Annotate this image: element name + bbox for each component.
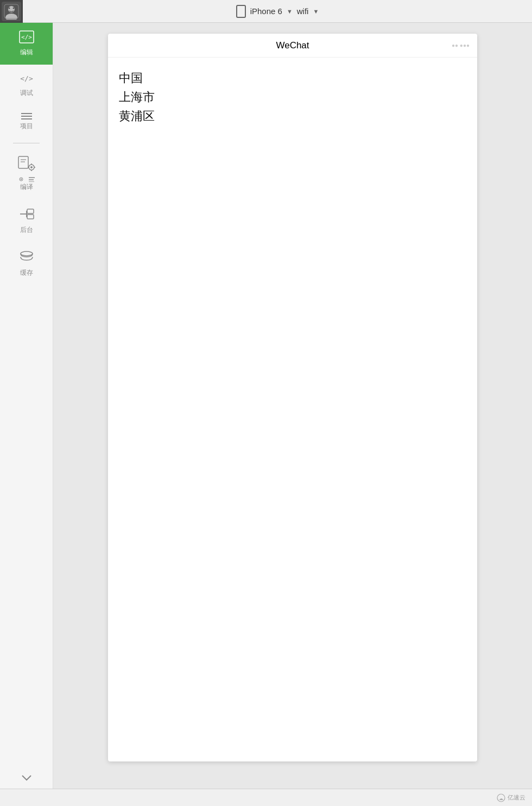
svg-rect-24 [27,209,34,213]
sidebar-label-cache: 缓存 [20,268,33,278]
sidebar-more[interactable] [0,767,53,789]
bottom-bar: ☁ 亿速云 [0,789,532,806]
sidebar-item-backend[interactable]: 后台 [0,199,53,242]
svg-text:</>: </> [21,34,32,41]
lines-small-icon [27,177,35,182]
sidebar-label-edit: 编辑 [20,48,33,57]
phone-body: 中国 上海市 黄浦区 [108,58,477,761]
phone-content: 中国 上海市 黄浦区 [119,68,466,126]
top-bar: iPhone 6 ▼ wifi ▼ [0,0,532,23]
avatar [2,2,21,21]
sidebar-item-edit[interactable]: </> 编辑 [0,23,53,65]
watermark-icon: ☁ [497,794,505,802]
phone-mockup: WeChat ●● ●●● 中国 上海市 黄浦区 [108,34,477,761]
phone-status-bar: ●● ●●● [452,42,470,48]
avatar-area[interactable] [0,0,23,23]
svg-text:</>: </> [20,74,33,83]
content-area: WeChat ●● ●●● 中国 上海市 黄浦区 [53,23,532,789]
svg-point-3 [13,7,15,9]
gear-small-icon [17,176,25,182]
svg-point-27 [21,251,33,256]
content-line-3: 黄浦区 [119,106,466,125]
sidebar-item-debug[interactable]: </> 调试 [0,65,53,105]
svg-point-18 [21,179,22,180]
phone-header: WeChat ●● ●●● [108,34,477,58]
device-name: iPhone 6 [250,7,282,16]
backend-icon [19,207,34,223]
status-indicators: ●● ●●● [452,42,470,48]
device-dropdown-arrow: ▼ [287,8,293,15]
wifi-dropdown-arrow: ▼ [313,8,319,15]
chevron-down-icon [21,774,32,781]
svg-point-12 [30,166,33,168]
watermark-text: 亿速云 [508,794,525,802]
compile-icon [17,155,36,174]
content-line-1: 中国 [119,68,466,87]
sidebar: </> 编辑 </> 调试 项目 [0,23,53,789]
svg-rect-8 [18,156,28,168]
device-selector[interactable]: iPhone 6 ▼ wifi ▼ [23,5,532,18]
sidebar-label-debug: 调试 [20,89,33,98]
main-area: </> 编辑 </> 调试 项目 [0,23,532,789]
svg-point-2 [9,7,10,9]
watermark: ☁ 亿速云 [497,794,525,802]
sidebar-divider [13,143,40,143]
sidebar-bottom [0,767,53,789]
sidebar-item-project[interactable]: 项目 [0,105,53,138]
debug-icon: </> [20,72,34,86]
sidebar-label-compile: 编译 [20,182,33,192]
phone-title: WeChat [276,40,309,51]
sidebar-item-cache[interactable]: 缓存 [0,242,53,285]
cache-icon [19,250,34,266]
svg-rect-25 [27,215,34,219]
sidebar-label-backend: 后台 [20,225,33,235]
sidebar-label-project: 项目 [20,122,33,131]
device-icon [236,5,246,18]
content-line-2: 上海市 [119,87,466,106]
project-icon [21,113,32,119]
wifi-label: wifi [297,7,309,16]
code-editor-icon: </> [19,30,34,46]
sidebar-item-compile[interactable]: 编译 [0,148,53,199]
svg-text:☁: ☁ [499,796,503,801]
